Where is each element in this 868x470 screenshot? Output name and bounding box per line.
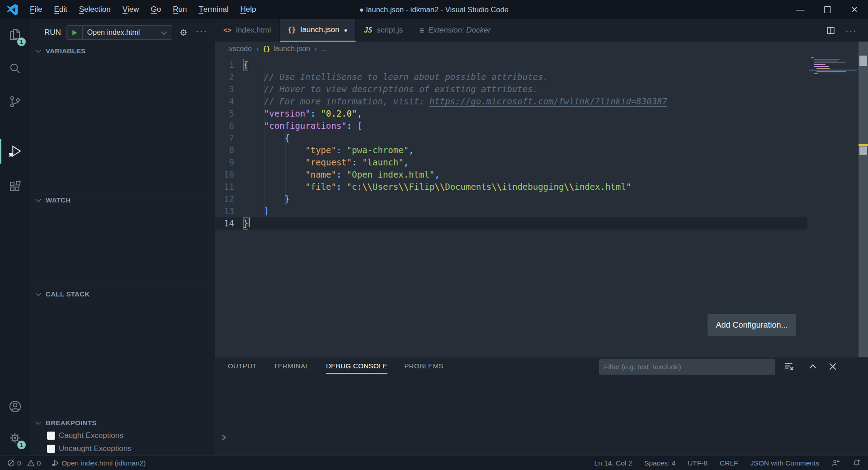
error-count: 0 <box>17 459 21 467</box>
line-number[interactable]: 5 <box>215 108 243 120</box>
panel-tabs: OUTPUTTERMINALDEBUG CONSOLEPROBLEMS <box>228 362 443 374</box>
tab-script-js[interactable]: JSscript.js <box>356 19 411 42</box>
debug-settings-gear-icon[interactable] <box>179 28 189 38</box>
settings-gear-icon[interactable]: 1 <box>0 422 30 454</box>
minimap[interactable] <box>809 56 857 80</box>
debug-run-icon <box>52 459 59 467</box>
variables-section-header[interactable]: VARIABLES <box>30 44 215 57</box>
run-header: RUN Open index.html ··· <box>44 25 208 40</box>
run-and-debug-icon[interactable] <box>0 136 30 167</box>
tab-index-html[interactable]: <>index.html <box>215 19 280 42</box>
close-panel-icon[interactable] <box>827 361 838 372</box>
encoding[interactable]: UTF-8 <box>688 459 708 467</box>
close-button[interactable]: × <box>841 0 868 19</box>
uncaught-exceptions-checkbox[interactable] <box>47 445 55 453</box>
code-line: 6 "configurations": [ <box>215 120 807 132</box>
status-bar-right: Ln 14, Col 2 Spaces: 4 UTF-8 CRLF JSON w… <box>594 459 861 467</box>
breadcrumb-item[interactable]: {}launch.json <box>263 45 310 53</box>
breadcrumb-label: launch.json <box>274 45 310 53</box>
maximize-panel-chevron-icon[interactable] <box>807 361 818 372</box>
code-line: 11 "file": "c:\\Users\\Filip\\Documents\… <box>215 181 807 193</box>
debug-status[interactable]: Open index.html (idkman2) <box>52 459 146 467</box>
tab-label: script.js <box>377 26 403 35</box>
line-number[interactable]: 4 <box>215 95 243 108</box>
breadcrumb-item[interactable]: .vscode <box>227 45 252 53</box>
more-actions-icon[interactable]: ··· <box>196 26 208 36</box>
filter-input[interactable] <box>599 359 775 375</box>
extensions-icon[interactable] <box>0 171 30 202</box>
breadcrumb-separator-icon: › <box>314 44 317 54</box>
code-line: 2 // Use IntelliSense to learn about pos… <box>215 71 807 83</box>
menu-item-help[interactable]: Help <box>235 0 262 19</box>
menu-item-file[interactable]: File <box>24 0 48 19</box>
account-icon[interactable] <box>0 390 30 422</box>
indentation[interactable]: Spaces: 4 <box>644 459 675 467</box>
launch-config-dropdown[interactable]: Open index.html <box>66 25 172 40</box>
menu-bar: FileEditSelectionViewGoRunTerminalHelp <box>24 0 262 19</box>
split-editor-icon[interactable] <box>826 26 835 35</box>
search-icon[interactable] <box>0 52 30 84</box>
watch-section-header[interactable]: WATCH <box>30 193 215 206</box>
caught-exceptions-checkbox[interactable] <box>47 432 55 440</box>
line-number[interactable]: 12 <box>215 193 243 205</box>
scrollbar-thumb[interactable] <box>859 56 867 66</box>
maximize-button[interactable] <box>814 0 841 19</box>
notifications-bell-icon[interactable] <box>852 459 861 467</box>
source-control-icon[interactable] <box>0 86 30 118</box>
code-line: 10 "name": "Open index.html", <box>215 169 807 181</box>
json-file-icon: {} <box>263 45 270 52</box>
menu-item-go[interactable]: Go <box>145 0 167 19</box>
breadcrumb-item[interactable]: ... <box>321 45 327 53</box>
panel-tab-terminal[interactable]: TERMINAL <box>274 362 309 374</box>
line-number[interactable]: 3 <box>215 83 243 95</box>
add-configuration-button[interactable]: Add Configuration... <box>708 314 796 336</box>
overview-ruler-scrollbar[interactable] <box>859 42 868 357</box>
line-number[interactable]: 11 <box>215 181 243 193</box>
tab-label: launch.json <box>301 25 340 34</box>
line-number[interactable]: 9 <box>215 156 243 169</box>
chevron-down-icon <box>35 290 41 296</box>
menu-item-terminal[interactable]: Terminal <box>193 0 234 19</box>
dirty-indicator-icon: ● <box>359 5 364 14</box>
explorer-badge: 1 <box>17 38 26 46</box>
menu-item-edit[interactable]: Edit <box>48 0 73 19</box>
line-number[interactable]: 2 <box>215 71 243 83</box>
breadcrumb-label: .vscode <box>227 45 252 53</box>
menu-item-run[interactable]: Run <box>167 0 193 19</box>
line-number[interactable]: 14 <box>215 217 243 230</box>
panel-tab-output[interactable]: OUTPUT <box>228 362 257 374</box>
panel-tab-problems[interactable]: PROBLEMS <box>404 362 443 374</box>
scrollbar-thumb[interactable] <box>859 146 867 155</box>
line-number[interactable]: 6 <box>215 120 243 132</box>
clear-filter-icon[interactable] <box>784 361 795 372</box>
uncaught-exceptions-label: Uncaught Exceptions <box>59 444 132 453</box>
tab-bar-tabs: <>index.html{}launch.json●JSscript.js≡Ex… <box>215 19 499 42</box>
panel-tab-debug-console[interactable]: DEBUG CONSOLE <box>326 362 387 374</box>
menu-item-selection[interactable]: Selection <box>73 0 117 19</box>
call-stack-section-header[interactable]: CALL STACK <box>30 287 215 300</box>
more-editor-actions-icon[interactable]: ··· <box>845 25 857 36</box>
problems-status[interactable]: 0 0 <box>7 459 41 467</box>
modified-dot-icon[interactable]: ● <box>344 27 348 33</box>
language-mode[interactable]: JSON with Comments <box>750 459 819 467</box>
eol-sequence[interactable]: CRLF <box>720 459 738 467</box>
activity-bar: 1 <box>0 19 30 456</box>
code-line: 5 "version": "0.2.0", <box>215 108 807 120</box>
line-number[interactable]: 1 <box>215 59 243 71</box>
editor-pane[interactable]: 1{2 // Use IntelliSense to learn about p… <box>215 56 868 357</box>
code-lines[interactable]: 1{2 // Use IntelliSense to learn about p… <box>215 59 807 230</box>
start-debug-button[interactable] <box>67 26 83 39</box>
explorer-icon[interactable]: 1 <box>0 19 30 51</box>
menu-item-view[interactable]: View <box>117 0 145 19</box>
tab-launch-json[interactable]: {}launch.json● <box>280 19 356 42</box>
line-number[interactable]: 8 <box>215 144 243 156</box>
breakpoints-section-header[interactable]: BREAKPOINTS <box>30 416 215 429</box>
line-number[interactable]: 13 <box>215 205 243 217</box>
minimize-button[interactable]: — <box>787 0 814 19</box>
cursor-position[interactable]: Ln 14, Col 2 <box>594 459 632 467</box>
chevron-down-icon <box>35 196 41 202</box>
line-number[interactable]: 10 <box>215 169 243 181</box>
tab-extension-docker[interactable]: ≡Extension: Docker <box>411 19 499 42</box>
line-number[interactable]: 7 <box>215 132 243 144</box>
feedback-icon[interactable] <box>831 459 840 467</box>
